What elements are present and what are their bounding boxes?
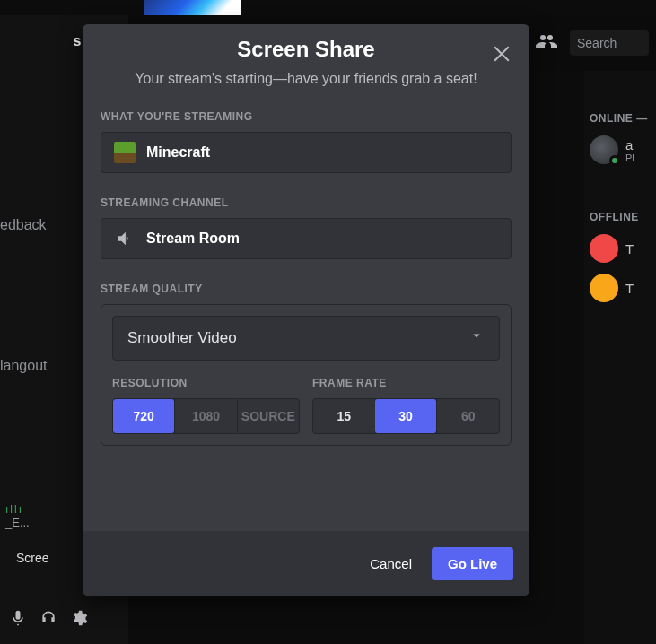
cancel-button[interactable]: Cancel <box>370 556 412 571</box>
resolution-label: Resolution <box>112 377 300 389</box>
resolution-option-720[interactable]: 720 <box>113 399 174 433</box>
modal-footer: Cancel Go Live <box>83 531 529 596</box>
streaming-label: What You're Streaming <box>101 110 512 123</box>
quality-preset-value: Smoother Video <box>127 329 237 347</box>
streaming-source-value: Minecraft <box>146 144 210 161</box>
framerate-option-30[interactable]: 30 <box>375 399 437 433</box>
streaming-channel-field[interactable]: Stream Room <box>101 218 512 259</box>
modal-subtitle: Your stream's starting—have your friends… <box>118 69 494 89</box>
streaming-channel-value: Stream Room <box>146 231 240 247</box>
go-live-button[interactable]: Go Live <box>432 547 513 580</box>
resolution-segmented: 720 1080 SOURCE <box>112 398 300 434</box>
streaming-source-field[interactable]: Minecraft <box>101 132 512 173</box>
minecraft-icon <box>114 142 136 163</box>
speaker-icon <box>114 228 136 249</box>
framerate-segmented: 15 30 60 <box>312 398 500 434</box>
resolution-option-1080[interactable]: 1080 <box>174 399 236 433</box>
framerate-label: Frame Rate <box>312 377 500 389</box>
quality-label: Stream Quality <box>101 283 512 295</box>
chevron-down-icon <box>468 327 485 348</box>
framerate-option-15[interactable]: 15 <box>313 399 375 433</box>
modal-title: Screen Share <box>83 37 529 62</box>
screen-share-modal: Screen Share Your stream's starting—have… <box>83 24 529 596</box>
quality-preset-dropdown[interactable]: Smoother Video <box>112 316 500 361</box>
modal-backdrop: Screen Share Your stream's starting—have… <box>0 0 656 644</box>
resolution-option-source[interactable]: SOURCE <box>237 399 299 433</box>
framerate-option-60[interactable]: 60 <box>436 399 499 433</box>
quality-group: Smoother Video Resolution 720 1080 SOURC… <box>101 304 512 446</box>
channel-label: Streaming Channel <box>101 196 512 209</box>
close-icon[interactable] <box>490 42 513 65</box>
